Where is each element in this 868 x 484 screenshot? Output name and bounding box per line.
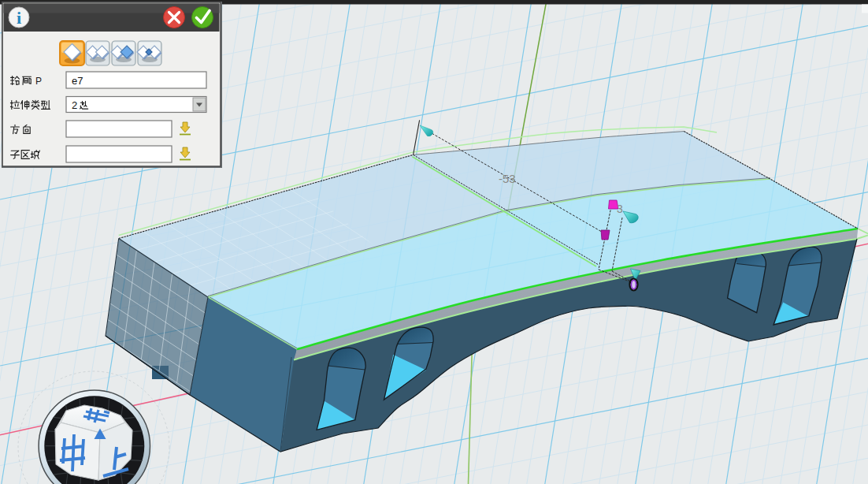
svg-text:P: P (35, 76, 42, 87)
svg-text:3: 3 (617, 203, 623, 215)
svg-text:2: 2 (72, 99, 77, 111)
svg-text:i: i (17, 8, 21, 28)
svg-text:-53: -53 (499, 172, 516, 185)
svg-text:e7: e7 (72, 75, 83, 87)
